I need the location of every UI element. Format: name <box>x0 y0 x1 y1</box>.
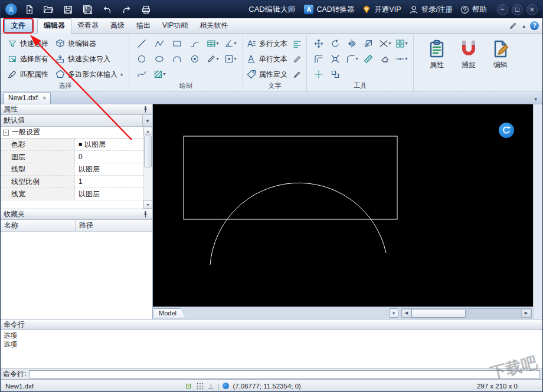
tab-vip-features[interactable]: VIP功能 <box>156 19 194 33</box>
scroll-up-icon[interactable]: ▲ <box>143 127 152 135</box>
minimize-button[interactable]: − <box>497 4 508 15</box>
select-all-button[interactable]: 选择所有 <box>5 51 51 67</box>
properties-panel-button[interactable]: 属性 <box>423 37 450 83</box>
property-group-row[interactable]: − 一般设置 <box>1 127 143 139</box>
pen-style-icon[interactable] <box>509 21 518 30</box>
property-row-color[interactable]: 色彩 ■以图层 <box>1 139 143 151</box>
attribute-define-button[interactable]: 属性定义 <box>247 70 287 80</box>
open-vip-button[interactable]: 开通VIP <box>362 5 401 15</box>
draw-angle-button[interactable]: ▾ <box>221 36 239 51</box>
draw-line-button[interactable] <box>133 36 151 51</box>
tab-related-software[interactable]: 相关软件 <box>194 19 234 33</box>
draw-table-button[interactable]: ▾ <box>204 36 221 51</box>
save-all-button[interactable] <box>80 2 94 17</box>
property-row-layer[interactable]: 图层 0 <box>1 151 143 163</box>
explode-button[interactable] <box>327 51 344 67</box>
osnap-icon[interactable] <box>184 382 192 390</box>
group-button[interactable] <box>327 67 344 82</box>
favorites-path-column[interactable]: 路径 <box>76 220 152 231</box>
rotate-button[interactable] <box>327 36 344 51</box>
draw-spline-button[interactable] <box>133 67 151 82</box>
join-button[interactable]: ▾ <box>393 51 410 67</box>
draw-ellipse-button[interactable] <box>151 51 168 67</box>
text-edit-button[interactable] <box>291 55 303 64</box>
draw-polyline-button[interactable] <box>151 36 168 51</box>
properties-scrollbar[interactable]: ▲ ▼ <box>143 127 152 209</box>
mirror-button[interactable] <box>344 36 360 51</box>
property-row-linetype-scale[interactable]: 线型比例 1 <box>1 176 143 188</box>
layout-list-button[interactable]: ▾ <box>389 308 398 318</box>
fillet-button[interactable]: ▾ <box>344 51 360 67</box>
print-button[interactable] <box>139 2 153 17</box>
point-style-button[interactable] <box>310 67 327 82</box>
favorites-list[interactable] <box>1 232 152 319</box>
cad-converter-button[interactable]: A CAD转换器 <box>304 5 354 15</box>
hatch-dropdown-icon[interactable]: ▾ <box>163 72 166 77</box>
array-button[interactable]: ▾ <box>393 36 410 51</box>
draw-region-button[interactable]: ▾ <box>221 51 239 67</box>
draw-donut-button[interactable] <box>186 51 204 67</box>
move-button[interactable] <box>310 36 327 51</box>
join-dropdown-icon[interactable]: ▾ <box>405 57 408 61</box>
collapse-box-icon[interactable]: − <box>3 130 9 136</box>
draw-hatch-button[interactable]: ▾ <box>151 67 168 82</box>
command-history[interactable]: 选项 选项 <box>1 330 542 369</box>
canvas-feedback-button[interactable] <box>499 123 514 138</box>
scale-button[interactable] <box>360 36 377 51</box>
angle-dropdown-icon[interactable]: ▾ <box>234 41 237 46</box>
new-file-button[interactable] <box>22 2 36 17</box>
grid-icon[interactable] <box>196 382 204 390</box>
hscrollbar-thumb[interactable] <box>411 309 466 318</box>
properties-selector-dropdown-icon[interactable]: ▾ <box>142 115 152 126</box>
draw-rectangle-button[interactable] <box>168 36 186 51</box>
trim-dropdown-icon[interactable]: ▾ <box>389 41 391 46</box>
polygon-entity-input-button[interactable]: 多边形实体输入▴ <box>53 67 125 82</box>
property-row-lineweight[interactable]: 线宽 以图层 <box>1 188 143 200</box>
tab-output[interactable]: 输出 <box>130 19 156 33</box>
quick-entity-import-button[interactable]: 快速实体导入 <box>53 51 125 67</box>
undo-button[interactable] <box>100 2 114 17</box>
maximize-button[interactable]: □ <box>512 4 523 15</box>
polygon-collapse-icon[interactable]: ▴ <box>120 72 123 77</box>
close-button[interactable]: × <box>526 4 538 15</box>
save-button[interactable] <box>61 2 75 17</box>
tab-editor[interactable]: 编辑器 <box>37 18 71 34</box>
properties-pin-icon[interactable] <box>142 106 149 113</box>
collapse-ribbon-button[interactable]: ▴ <box>522 23 525 29</box>
file-menu-button[interactable]: 文件 <box>4 19 32 32</box>
drawing-canvas[interactable] <box>153 104 533 307</box>
draw-polyline-arc-button[interactable] <box>186 36 204 51</box>
block-editor-button[interactable]: 块编辑器 <box>53 36 125 51</box>
tab-advanced[interactable]: 高级 <box>104 19 130 33</box>
ribbon-help-icon[interactable]: ? <box>530 21 539 30</box>
attribute-edit-button[interactable] <box>291 70 303 79</box>
draw-arc-button[interactable] <box>168 51 186 67</box>
sketch-dropdown-icon[interactable]: ▾ <box>217 57 219 61</box>
fillet-dropdown-icon[interactable]: ▾ <box>356 57 358 61</box>
match-properties-button[interactable]: 匹配属性 <box>5 67 51 82</box>
region-dropdown-icon[interactable]: ▾ <box>234 57 237 61</box>
mtext-button[interactable]: 多行文本 <box>247 39 287 49</box>
scroll-right-icon[interactable]: ▶ <box>521 309 531 318</box>
command-input[interactable] <box>29 370 540 378</box>
trim-button[interactable]: ▾ <box>377 36 393 51</box>
login-register-button[interactable]: 登录/注册 <box>409 5 453 15</box>
erase-button[interactable] <box>377 51 393 67</box>
properties-selector[interactable]: 默认值 ▾ <box>1 115 152 127</box>
help-button[interactable]: 帮助 <box>460 5 487 15</box>
favorites-pin-icon[interactable] <box>142 210 149 218</box>
scroll-left-icon[interactable]: ◀ <box>401 309 411 318</box>
tab-viewer[interactable]: 查看器 <box>71 19 104 33</box>
single-text-button[interactable]: 单行文本 <box>247 54 287 64</box>
edit-button[interactable]: 编辑 <box>487 37 514 83</box>
draw-circle-button[interactable] <box>133 51 151 67</box>
redo-button[interactable] <box>119 2 133 17</box>
quick-select-button[interactable]: 快速选择 <box>5 36 51 51</box>
snap-button[interactable]: 捕捉 <box>455 37 482 83</box>
scroll-down-icon[interactable]: ▼ <box>143 200 152 209</box>
document-tab[interactable]: New1.dxf × <box>4 92 51 104</box>
horizontal-scrollbar[interactable]: ◀ ▶ <box>401 308 532 318</box>
property-row-linetype[interactable]: 线型 以图层 <box>1 163 143 176</box>
document-tab-close-icon[interactable]: × <box>42 95 46 101</box>
document-tab-list-button[interactable]: ▾ <box>532 96 539 104</box>
